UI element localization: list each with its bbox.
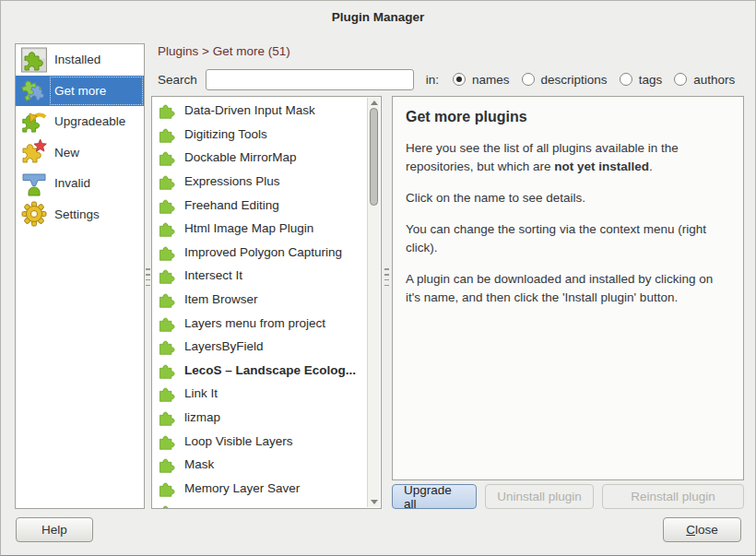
search-label: Search: [158, 73, 197, 87]
plugin-icon: [159, 432, 176, 450]
list-item[interactable]: LecoS – Landscape Ecolog...: [154, 359, 366, 383]
plugin-name: Item Browser: [184, 292, 258, 306]
sidebar-item-installed[interactable]: Installed: [16, 44, 144, 76]
upgradeable-icon: [18, 108, 49, 136]
search-in-option[interactable]: names: [453, 73, 510, 87]
list-item[interactable]: Mask: [154, 453, 366, 477]
plugin-name: Mask: [184, 457, 214, 471]
search-in-option[interactable]: descriptions: [522, 73, 608, 87]
invalid-icon: [18, 170, 49, 197]
plugin-name: Freehand Editing: [184, 198, 279, 212]
list-item[interactable]: Layers menu from project: [154, 311, 366, 335]
plugin-icon: [159, 101, 176, 119]
list-item[interactable]: Freehand Editing: [154, 193, 366, 217]
list-item[interactable]: Dockable MirrorMap: [154, 146, 366, 170]
plugin-name: Link It: [184, 386, 218, 400]
plugin-icon: [159, 266, 176, 284]
list-item[interactable]: Item Browser: [154, 288, 366, 312]
plugin-list-scrollbar[interactable]: [367, 98, 380, 507]
plugin-icon: [159, 337, 176, 355]
window-titlebar: Plugin Manager: [1, 1, 755, 32]
scroll-up-icon[interactable]: [371, 101, 378, 105]
details-paragraph-1: Here you see the list of all plugins ava…: [406, 139, 730, 176]
plugin-icon: [159, 314, 176, 332]
uninstall-plugin-button[interactable]: Uninstall plugin: [485, 484, 594, 509]
plugin-name: Html Image Map Plugin: [184, 221, 313, 235]
breadcrumb: Plugins > Get more (51): [158, 44, 290, 58]
sidebar-item-label: Settings: [49, 199, 144, 231]
splitter-handle-right[interactable]: [384, 268, 389, 289]
search-row: Search in: names descriptions tags autho…: [158, 67, 742, 91]
radio-label: descriptions: [541, 73, 608, 87]
list-item[interactable]: Expressions Plus: [154, 170, 366, 194]
search-input[interactable]: [206, 69, 414, 90]
search-in-option[interactable]: tags: [620, 73, 663, 87]
plugin-name: Loop Visible Layers: [184, 434, 293, 448]
sidebar-item-label: Get more: [49, 76, 144, 107]
sidebar-item-invalid[interactable]: Invalid: [16, 168, 144, 199]
plugin-name: LecoS – Landscape Ecolog...: [184, 363, 356, 377]
radio-icon: [674, 73, 687, 86]
plugin-icon: [159, 503, 176, 508]
search-in-options: names descriptions tags authors: [441, 73, 735, 87]
plugin-icon: [159, 384, 176, 402]
plugin-icon: [159, 148, 176, 166]
plugin-icon: [159, 455, 176, 473]
help-button[interactable]: Help: [16, 517, 93, 542]
plugin-icon: [159, 290, 176, 308]
list-item[interactable]: Html Image Map Plugin: [154, 217, 366, 241]
sidebar-item-label: Invalid: [49, 168, 144, 199]
plugin-list-items: Data-Driven Input Mask Digitizing Tools …: [154, 99, 366, 508]
list-item[interactable]: Improved Polygon Capturing: [154, 241, 366, 265]
plugin-manager-window: Plugin Manager Installed Get more: [0, 0, 756, 556]
list-item[interactable]: Digitizing Tools: [154, 123, 366, 147]
window-title: Plugin Manager: [332, 10, 425, 24]
plugin-icon: [159, 125, 176, 143]
sidebar-item-settings[interactable]: Settings: [16, 199, 144, 231]
list-item[interactable]: Intersect It: [154, 264, 366, 288]
plugin-list: Data-Driven Input Mask Digitizing Tools …: [151, 96, 382, 509]
details-heading: Get more plugins: [406, 108, 730, 126]
plugin-icon: [159, 243, 176, 261]
plugin-name: Layers menu from project: [184, 316, 325, 330]
details-paragraph-2: Click on the name to see details.: [406, 189, 730, 207]
sidebar-item-upgradeable[interactable]: Upgradeable: [16, 106, 144, 137]
list-item[interactable]: Memory Layer Saver: [154, 477, 366, 501]
reinstall-plugin-button[interactable]: Reinstall plugin: [602, 484, 744, 509]
plugin-name: Memory Layer Saver: [184, 481, 300, 495]
plugin-details-panel: Get more plugins Here you see the list o…: [392, 96, 744, 480]
upgrade-all-button[interactable]: Upgrade all: [392, 484, 477, 509]
plugin-icon: [159, 361, 176, 379]
splitter-handle-left[interactable]: [146, 268, 150, 289]
plugin-icon: [159, 196, 176, 214]
scrollbar-thumb[interactable]: [370, 108, 378, 206]
sidebar-item-label: New: [49, 137, 144, 169]
category-sidebar: Installed Get more Upgradeable: [15, 43, 145, 509]
list-item[interactable]: [154, 500, 366, 508]
close-button[interactable]: Close: [663, 517, 741, 542]
plugin-name: lizmap: [184, 410, 220, 424]
list-item[interactable]: LayersByField: [154, 335, 366, 359]
installed-icon: [18, 46, 49, 74]
list-item[interactable]: Data-Driven Input Mask: [154, 99, 366, 123]
plugin-name: LayersByField: [184, 339, 264, 353]
search-in-option[interactable]: authors: [674, 73, 735, 87]
settings-icon: [18, 200, 49, 228]
plugin-name: Data-Driven Input Mask: [184, 103, 315, 117]
sidebar-item-get-more[interactable]: Get more: [16, 76, 144, 107]
sidebar-item-label: Upgradeable: [49, 106, 144, 137]
list-item[interactable]: lizmap: [154, 406, 366, 430]
plugin-name: Dockable MirrorMap: [184, 150, 297, 164]
plugin-name: Improved Polygon Capturing: [184, 245, 342, 259]
plugin-name: Digitizing Tools: [184, 127, 267, 141]
radio-label: names: [472, 73, 510, 87]
scroll-down-icon[interactable]: [371, 500, 378, 504]
details-paragraph-4: A plugin can be downloaded and installed…: [406, 270, 730, 307]
list-item[interactable]: Link It: [154, 382, 366, 406]
radio-label: authors: [693, 73, 735, 87]
details-paragraph-3: You can change the sorting via the conte…: [406, 220, 730, 257]
list-item[interactable]: Loop Visible Layers: [154, 429, 366, 453]
radio-icon: [522, 73, 535, 86]
sidebar-item-new[interactable]: New: [16, 137, 144, 169]
plugin-icon: [159, 408, 176, 426]
